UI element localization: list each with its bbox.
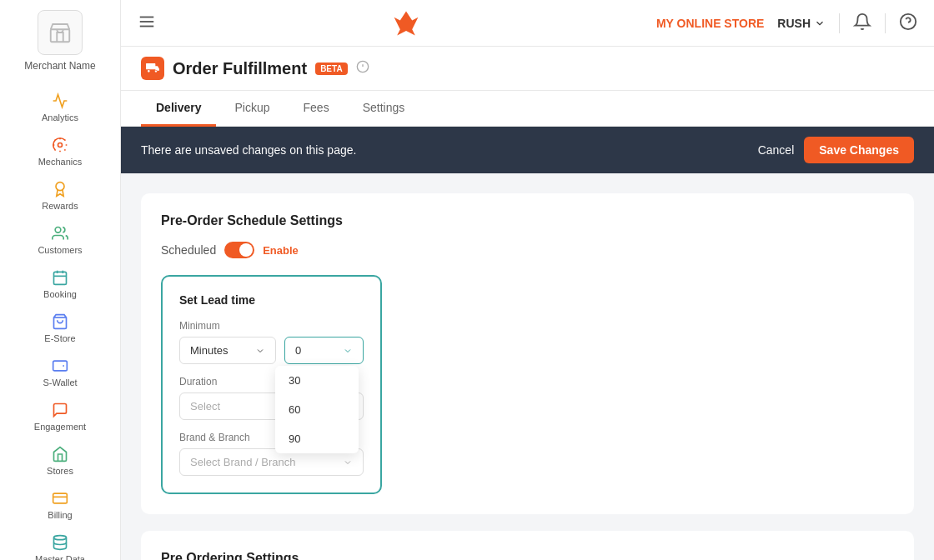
sidebar-item-customers[interactable]: Customers (0, 218, 120, 262)
pre-ordering-title: Pre Ordering Settings (161, 551, 894, 560)
page-icon (141, 57, 164, 80)
merchant-name: Merchant Name (24, 60, 95, 72)
master-data-icon (51, 533, 69, 552)
minimum-select-row: Minutes 0 30 60 90 (179, 337, 364, 364)
sidebar-item-master-data[interactable]: Master Data (0, 527, 120, 560)
billing-icon (51, 489, 69, 508)
sidebar-item-billing[interactable]: Billing (0, 482, 120, 527)
rewards-icon (51, 180, 69, 198)
header-left (138, 12, 156, 34)
notification-button[interactable] (853, 12, 871, 34)
sidebar-item-estore[interactable]: E-Store (0, 306, 120, 350)
rewards-label: Rewards (42, 201, 78, 211)
cancel-button[interactable]: Cancel (758, 143, 795, 157)
scheduled-toggle[interactable] (224, 242, 254, 258)
dropdown-option-30[interactable]: 30 (275, 366, 359, 395)
minutes-value: Minutes (190, 344, 228, 357)
svg-rect-9 (53, 361, 68, 371)
estore-label: E-Store (44, 333, 75, 343)
tabs-bar: Delivery Pickup Fees Settings (121, 91, 934, 127)
pre-order-schedule-card: Pre-Order Schedule Settings Scheduled En… (141, 193, 914, 514)
sidebar-item-rewards[interactable]: Rewards (0, 173, 120, 218)
svg-point-1 (58, 143, 63, 148)
dropdown-option-60[interactable]: 60 (275, 395, 359, 424)
enable-label: Enable (263, 244, 299, 257)
brand-branch-placeholder: Select Brand / Branch (190, 456, 295, 468)
warning-actions: Cancel Save Changes (758, 137, 914, 163)
booking-icon (51, 268, 69, 287)
lead-time-title: Set Lead time (179, 293, 364, 307)
value-dropdown-menu: 30 60 90 (275, 366, 359, 453)
top-header: MY ONLINE STORE RUSH (121, 0, 934, 47)
sidebar-item-engagement[interactable]: Engagement (0, 394, 120, 438)
page-header: Order Fulfillment BETA (121, 47, 934, 91)
master-data-label: Master Data (35, 554, 85, 560)
swallet-label: S-Wallet (43, 378, 77, 388)
store-switcher[interactable]: RUSH (777, 17, 826, 30)
billing-label: Billing (48, 510, 72, 520)
sidebar-item-booking[interactable]: Booking (0, 262, 120, 306)
value-display: 0 (295, 344, 301, 357)
warning-message: There are unsaved changes on this page. (141, 143, 356, 157)
warning-bar: There are unsaved changes on this page. … (121, 127, 934, 173)
svg-rect-4 (54, 272, 67, 284)
merchant-info: Merchant Name (24, 10, 95, 72)
sidebar-navigation: Analytics Mechanics Rewards (0, 85, 120, 560)
value-select[interactable]: 0 (284, 337, 364, 364)
main-content: MY ONLINE STORE RUSH (121, 0, 934, 560)
hamburger-button[interactable] (138, 12, 156, 34)
estore-icon (51, 312, 69, 331)
scheduled-row: Scheduled Enable (161, 242, 894, 258)
svg-point-3 (55, 228, 61, 233)
analytics-icon (51, 92, 69, 110)
content-area: Pre-Order Schedule Settings Scheduled En… (121, 173, 934, 560)
toggle-thumb (239, 243, 253, 257)
swallet-icon (51, 357, 69, 375)
pre-ordering-settings-card: Pre Ordering Settings (141, 531, 914, 560)
sidebar-item-mechanics[interactable]: Mechanics (0, 129, 120, 173)
scheduled-label: Scheduled (161, 243, 216, 257)
stores-label: Stores (47, 466, 73, 476)
sidebar-item-swallet[interactable]: S-Wallet (0, 350, 120, 394)
customers-label: Customers (38, 245, 82, 255)
tab-fees[interactable]: Fees (289, 91, 344, 127)
help-button[interactable] (899, 12, 917, 34)
sidebar: Merchant Name Analytics Mechanics (0, 0, 121, 560)
minimum-label: Minimum (179, 320, 364, 332)
page-title: Order Fulfillment (173, 59, 307, 78)
engagement-icon (51, 401, 69, 419)
svg-point-2 (56, 182, 64, 191)
dropdown-option-90[interactable]: 90 (275, 424, 359, 453)
svg-rect-10 (53, 493, 68, 503)
store-switcher-label: RUSH (777, 17, 811, 30)
page-beta-tag: BETA (315, 62, 347, 75)
tab-settings[interactable]: Settings (348, 91, 420, 127)
sidebar-item-stores[interactable]: Stores (0, 438, 120, 482)
lead-time-card: Set Lead time Minimum Minutes 0 30 (161, 275, 382, 494)
page-info-icon[interactable] (356, 60, 369, 77)
mechanics-label: Mechanics (38, 157, 83, 167)
tab-delivery[interactable]: Delivery (141, 91, 216, 127)
sidebar-item-analytics[interactable]: Analytics (0, 85, 120, 129)
customers-icon (51, 224, 69, 242)
header-logo (391, 8, 421, 38)
minutes-select[interactable]: Minutes (179, 337, 276, 364)
svg-rect-0 (51, 29, 70, 42)
tab-pickup[interactable]: Pickup (219, 91, 284, 127)
store-name: MY ONLINE STORE (656, 17, 764, 30)
stores-icon (51, 445, 69, 463)
duration-placeholder: Select (190, 400, 220, 412)
header-right: MY ONLINE STORE RUSH (656, 12, 917, 34)
svg-marker-19 (394, 11, 419, 35)
header-divider (839, 13, 840, 33)
header-divider2 (885, 13, 886, 33)
svg-point-12 (54, 536, 67, 540)
mechanics-icon (51, 136, 69, 154)
booking-label: Booking (43, 289, 77, 299)
analytics-label: Analytics (42, 112, 78, 122)
engagement-label: Engagement (34, 422, 86, 432)
save-changes-button[interactable]: Save Changes (804, 137, 914, 163)
merchant-avatar (38, 10, 83, 55)
pre-order-section-title: Pre-Order Schedule Settings (161, 213, 343, 228)
